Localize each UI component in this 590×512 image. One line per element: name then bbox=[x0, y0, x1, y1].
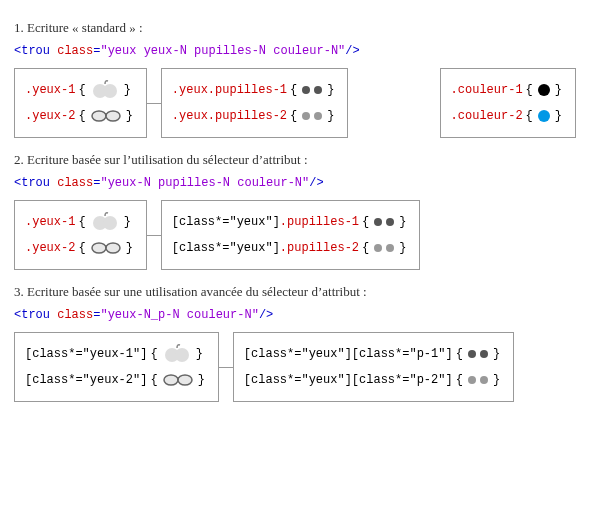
eyes-shape-2-icon bbox=[91, 106, 121, 127]
section1-code: <trou class="yeux yeux-N pupilles-N coul… bbox=[14, 44, 576, 58]
selector: .couleur-2 bbox=[451, 110, 523, 122]
selector-attr: [class*="yeux-2"] bbox=[25, 374, 147, 386]
code-val: "yeux-N pupilles-N couleur-N" bbox=[100, 176, 309, 190]
eyes-shape-2-icon bbox=[91, 238, 121, 259]
box-yeux: .yeux-1 { } .yeux-2 { } bbox=[14, 200, 147, 270]
selector: .pupilles-1 bbox=[208, 84, 287, 96]
selector-attr: [class*="yeux"][class*="p-2"] bbox=[244, 374, 453, 386]
selector: .yeux-2 bbox=[25, 242, 75, 254]
box-yeux: .yeux-1 { } .yeux-2 { } bbox=[14, 68, 147, 138]
code-attr: class bbox=[57, 308, 93, 322]
code-val: "yeux yeux-N pupilles-N couleur-N" bbox=[100, 44, 345, 58]
box-yeux: [class*="yeux-1"] { } [class*="yeux-2"] … bbox=[14, 332, 219, 402]
section3-title: 3. Ecriture basée sur une utilisation av… bbox=[14, 284, 576, 300]
code-tag-close: /> bbox=[345, 44, 359, 58]
section1-title: 1. Ecriture « standard » : bbox=[14, 20, 576, 36]
pupil-grey-icon bbox=[374, 244, 382, 252]
pupil-dark-icon bbox=[314, 86, 322, 94]
pupil-grey-icon bbox=[480, 376, 488, 384]
pupil-dark-icon bbox=[386, 218, 394, 226]
selector: .pupilles-2 bbox=[280, 242, 359, 254]
selector-attr: [class*="yeux"][class*="p-1"] bbox=[244, 348, 453, 360]
code-attr: class bbox=[57, 44, 93, 58]
pupil-dark-icon bbox=[468, 350, 476, 358]
section2-row: .yeux-1 { } .yeux-2 { } [class*="yeux"].… bbox=[14, 200, 576, 270]
pupil-grey-icon bbox=[314, 112, 322, 120]
selector-attr: [class*="yeux-1"] bbox=[25, 348, 147, 360]
box-pupilles: [class*="yeux"].pupilles-1 { } [class*="… bbox=[161, 200, 421, 270]
section2-code: <trou class="yeux-N pupilles-N couleur-N… bbox=[14, 176, 576, 190]
box-pupilles: [class*="yeux"][class*="p-1"] { } [class… bbox=[233, 332, 514, 402]
section2-title: 2. Ecriture basée sur l’utilisation du s… bbox=[14, 152, 576, 168]
selector: .couleur-1 bbox=[451, 84, 523, 96]
selector: .pupilles-2 bbox=[208, 110, 287, 122]
selector: .pupilles-1 bbox=[280, 216, 359, 228]
code-tag: <trou bbox=[14, 176, 50, 190]
pupil-dark-icon bbox=[374, 218, 382, 226]
code-tag: <trou bbox=[14, 308, 50, 322]
pupil-dark-icon bbox=[302, 86, 310, 94]
code-tag: <trou bbox=[14, 44, 50, 58]
selector: .yeux-1 bbox=[25, 84, 75, 96]
pupil-grey-icon bbox=[302, 112, 310, 120]
box-pupilles: .yeux.pupilles-1 { } .yeux.pupilles-2 { … bbox=[161, 68, 349, 138]
eyes-shape-1-icon bbox=[163, 343, 191, 366]
box-couleur: .couleur-1 { } .couleur-2 { } bbox=[440, 68, 576, 138]
selector-attr: [class*="yeux"] bbox=[172, 242, 280, 254]
eyes-shape-1-icon bbox=[91, 211, 119, 234]
color-black-icon bbox=[538, 84, 550, 96]
section3-code: <trou class="yeux-N_p-N couleur-N"/> bbox=[14, 308, 576, 322]
pupil-grey-icon bbox=[386, 244, 394, 252]
selector: .yeux bbox=[172, 84, 208, 96]
selector: .yeux-2 bbox=[25, 110, 75, 122]
eyes-shape-1-icon bbox=[91, 79, 119, 102]
selector-attr: [class*="yeux"] bbox=[172, 216, 280, 228]
section1-row: .yeux-1 { } .yeux-2 { } .yeux.pupilles-1… bbox=[14, 68, 576, 138]
pupil-dark-icon bbox=[480, 350, 488, 358]
code-tag-close: /> bbox=[309, 176, 323, 190]
code-val: "yeux-N_p-N couleur-N" bbox=[100, 308, 258, 322]
selector: .yeux bbox=[172, 110, 208, 122]
eyes-shape-2-icon bbox=[163, 370, 193, 391]
selector: .yeux-1 bbox=[25, 216, 75, 228]
pupil-grey-icon bbox=[468, 376, 476, 384]
code-attr: class bbox=[57, 176, 93, 190]
code-tag-close: /> bbox=[259, 308, 273, 322]
section3-row: [class*="yeux-1"] { } [class*="yeux-2"] … bbox=[14, 332, 576, 402]
color-blue-icon bbox=[538, 110, 550, 122]
